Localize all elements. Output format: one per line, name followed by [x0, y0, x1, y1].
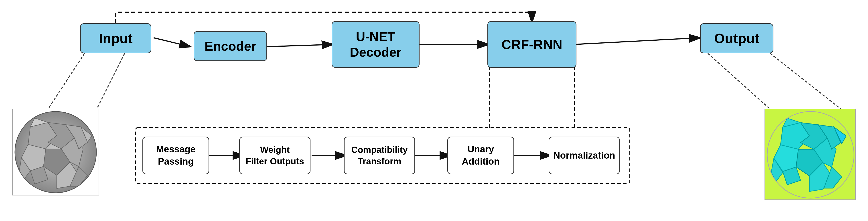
svg-line-5 — [574, 38, 700, 44]
svg-line-13 — [708, 53, 772, 111]
output-image — [765, 109, 856, 200]
svg-line-2 — [154, 38, 190, 47]
svg-line-11 — [47, 53, 85, 111]
encoder-box: Encoder — [194, 31, 267, 61]
input-box: Input — [80, 23, 151, 53]
svg-line-3 — [267, 44, 333, 47]
unary-addition-box: UnaryAddition — [447, 137, 514, 174]
compat-transform-box: CompatibilityTransform — [344, 137, 415, 174]
weight-filter-box: WeightFilter Outputs — [239, 137, 310, 174]
svg-line-12 — [96, 53, 125, 111]
crf-rnn-box: CRF-RNN — [488, 21, 577, 68]
output-box: Output — [700, 23, 773, 53]
svg-line-14 — [770, 53, 843, 111]
input-image — [12, 109, 99, 195]
normalization-box: Normalization — [549, 137, 620, 174]
unet-decoder-box: U-NETDecoder — [332, 21, 420, 68]
diagram-container: Input Encoder U-NETDecoder CRF-RNN Outpu… — [0, 0, 868, 221]
message-passing-box: MessagePassing — [143, 137, 209, 174]
